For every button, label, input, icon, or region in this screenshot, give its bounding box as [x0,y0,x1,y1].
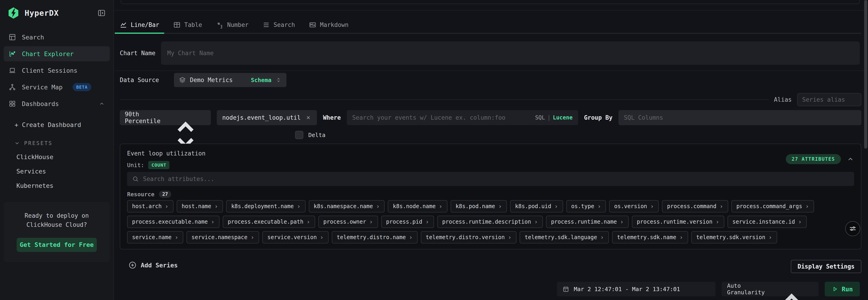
sidebar-item-service-map[interactable]: Service Map BETA [4,80,110,94]
attribute-chip-label: process.command_args [736,203,802,210]
attribute-chip[interactable]: process.runtime.name› [546,216,629,228]
attribute-chip-label: process.executable.path [228,219,303,225]
delta-checkbox[interactable] [295,131,303,139]
attribute-chip[interactable]: service.name› [127,231,183,243]
attribute-chip-label: process.owner [323,219,366,225]
attribute-search-input[interactable] [143,175,849,182]
attribute-search-shell [127,172,854,186]
unit-row: Unit: COUNT [127,161,169,169]
floating-filter-button[interactable] [845,221,860,236]
data-source-select[interactable]: Demo Metrics Schema [174,73,286,87]
where-search-input[interactable] [352,114,531,121]
attribute-chip[interactable]: telemetry.sdk.language› [520,231,609,243]
granularity-value: Auto Granularity [727,282,770,296]
attribute-chip-label: telemetry.sdk.name [617,234,676,241]
create-dashboard-button[interactable]: + Create Dashboard [0,121,114,128]
table-icon [173,21,181,28]
add-series-button[interactable]: Add Series [128,261,178,269]
attribute-chip[interactable]: k8s.deployment.name› [226,200,305,213]
attribute-chip[interactable]: service.namespace› [186,231,259,243]
tab-markdown[interactable]: Markdown [309,17,348,33]
attribute-chip[interactable]: process.executable.path› [223,216,315,228]
sidebar-item-search[interactable]: Search [4,30,110,45]
number-123-icon [216,21,224,28]
attribute-chip[interactable]: service.instance.id› [727,216,807,228]
close-icon[interactable] [305,114,311,121]
sql-mode-label[interactable]: SQL [535,114,545,121]
sidebar-item-label: Chart Explorer [22,50,74,57]
attribute-chip[interactable]: process.command› [662,200,728,213]
run-button[interactable]: Run [825,282,860,296]
get-started-button[interactable]: Get Started for Free [17,238,97,252]
app-title: HyperDX [25,8,92,18]
attribute-chip[interactable]: service.version› [262,231,328,243]
attribute-chip[interactable]: process.runtime.version› [632,216,724,228]
group-by-input[interactable] [624,114,856,121]
granularity-select[interactable]: Auto Granularity [721,282,818,296]
series-config-row: 90th Percentile nodejs.event_loop.util W… [120,110,861,125]
aggregation-select[interactable]: 90th Percentile [120,110,211,125]
chevron-right-icon: › [534,218,538,225]
attribute-chip[interactable]: telemetry.distro.name› [332,231,417,243]
attribute-chip[interactable]: os.version› [609,200,659,213]
scrollbar-thumb[interactable] [864,0,867,148]
preset-item-clickhouse[interactable]: ClickHouse [0,154,114,161]
markdown-icon [309,21,316,28]
chevron-right-icon: › [798,218,802,225]
alias-input[interactable] [802,96,857,103]
plus-icon: + [14,121,18,128]
chevron-up-icon[interactable] [847,156,854,163]
attribute-chip[interactable]: k8s.node.name› [388,200,447,213]
lucene-mode-label[interactable]: Lucene [553,114,573,121]
attribute-chip[interactable]: telemetry.distro.version› [421,231,517,243]
unit-value-badge: COUNT [148,161,169,169]
attribute-chip[interactable]: process.executable.name› [127,216,219,228]
tab-line-bar[interactable]: Line/Bar [120,17,159,33]
search-icon [132,175,139,182]
attribute-chip-label: k8s.node.name [393,203,436,210]
attribute-chip[interactable]: process.owner› [318,216,378,228]
chevron-right-icon: › [307,218,310,225]
attribute-chip-label: process.pid [386,219,423,225]
chevron-right-icon: › [215,203,218,210]
attribute-chip-label: process.command [667,203,716,210]
query-language-toggle[interactable]: SQL|Lucene [535,114,573,121]
attribute-chip-label: os.type [571,203,594,210]
schema-link[interactable]: Schema [251,77,272,83]
presets-header-label: PRESETS [24,140,53,146]
line-chart-icon [120,21,127,28]
delta-row: Delta [295,130,326,139]
attribute-chip[interactable]: telemetry.sdk.version› [691,231,777,243]
preset-item-kubernetes[interactable]: Kubernetes [0,182,114,189]
attribute-chip[interactable]: process.runtime.description› [437,216,543,228]
time-range-picker[interactable]: Mar 2 12:47:01 - Mar 2 13:47:01 [557,282,715,296]
attribute-chip[interactable]: k8s.pod.uid› [510,200,563,213]
chart-name-input[interactable] [167,50,854,57]
attribute-chip[interactable]: os.type› [566,200,606,213]
attribute-chip[interactable]: k8s.namespace.name› [309,200,385,213]
chevron-right-icon: › [297,203,301,210]
data-source-row: Data Source Demo Metrics Schema [120,73,286,87]
display-settings-button[interactable]: Display Settings [791,260,861,273]
chevron-up-icon[interactable] [99,101,105,107]
sidebar-item-dashboards[interactable]: Dashboards [4,96,110,111]
attribute-chip[interactable]: process.pid› [381,216,434,228]
attribute-chip[interactable]: host.name› [177,200,223,213]
tab-number[interactable]: Number [216,17,249,33]
collapse-sidebar-icon[interactable] [97,9,106,17]
tab-table[interactable]: Table [173,17,202,33]
attribute-chip[interactable]: host.arch› [127,200,174,213]
attribute-chip[interactable]: process.command_args› [732,200,814,213]
sidebar-nav: Search Chart Explorer Client Sessions Se… [0,30,114,111]
attribute-chip[interactable]: k8s.pod.name› [451,200,507,213]
preset-item-services[interactable]: Services [0,168,114,175]
aggregation-value: 90th Percentile [125,111,165,125]
sidebar-item-chart-explorer[interactable]: Chart Explorer [4,46,110,61]
attribute-chip[interactable]: telemetry.sdk.name› [612,231,688,243]
presets-header[interactable]: PRESETS [0,140,114,146]
select-chevrons-icon [165,115,206,120]
tab-search[interactable]: Search [262,17,295,33]
sidebar-item-client-sessions[interactable]: Client Sessions [4,63,110,78]
chevron-right-icon: › [554,203,558,210]
metric-chip[interactable]: nodejs.event_loop.util [217,110,317,125]
